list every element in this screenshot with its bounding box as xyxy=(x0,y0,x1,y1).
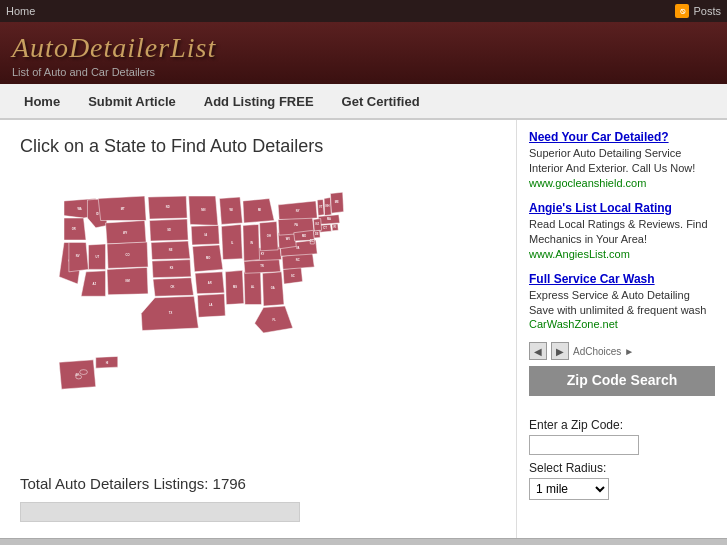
main-nav: Home Submit Article Add Listing FREE Get… xyxy=(0,84,727,120)
top-bar-home-link[interactable]: Home xyxy=(6,5,35,17)
state-wy[interactable] xyxy=(106,221,147,244)
state-ok[interactable] xyxy=(153,278,194,297)
state-sc[interactable] xyxy=(283,267,303,284)
state-me[interactable] xyxy=(330,192,343,213)
ad-item-2: Angie's List Local Rating Read Local Rat… xyxy=(529,201,715,260)
total-listings: Total Auto Detailers Listings: 1796 xyxy=(20,475,500,492)
state-sd[interactable] xyxy=(150,219,189,241)
nav-item-add-listing[interactable]: Add Listing FREE xyxy=(190,86,328,117)
ad-link-2[interactable]: www.AngiesList.com xyxy=(529,248,715,260)
state-ri[interactable] xyxy=(332,224,338,231)
state-ar[interactable] xyxy=(195,272,224,294)
posts-link[interactable]: Posts xyxy=(693,5,721,17)
ad-next-button[interactable]: ▶ xyxy=(551,342,569,360)
state-in[interactable] xyxy=(243,224,260,261)
state-al[interactable] xyxy=(244,271,262,305)
state-ut[interactable] xyxy=(88,244,105,269)
state-ny[interactable] xyxy=(278,201,317,220)
state-nh[interactable] xyxy=(324,198,331,216)
zip-search-box: Zip Code Search xyxy=(529,366,715,396)
state-nj[interactable] xyxy=(313,219,321,232)
content-area: Click on a State to Find Auto Detailers … xyxy=(0,120,517,538)
state-vt[interactable] xyxy=(317,199,324,215)
sidebar: Need Your Car Detailed? Superior Auto De… xyxy=(517,120,727,538)
zip-code-label: Enter a Zip Code: xyxy=(529,418,715,432)
us-map-svg[interactable]: WA OR CA ID NV MT WY xyxy=(20,171,460,446)
state-ma[interactable] xyxy=(318,215,340,225)
state-ak[interactable] xyxy=(59,360,96,389)
state-mt[interactable] xyxy=(98,196,146,220)
state-wi[interactable] xyxy=(219,197,242,224)
ad-item-3: Full Service Car Wash Express Service & … xyxy=(529,272,715,331)
nav-item-submit-article[interactable]: Submit Article xyxy=(74,86,190,117)
state-ia[interactable] xyxy=(191,225,219,245)
state-ga[interactable] xyxy=(262,272,284,306)
ad-link-3[interactable]: CarWashZone.net xyxy=(529,318,715,330)
state-az[interactable] xyxy=(81,271,105,296)
state-la[interactable] xyxy=(197,294,225,317)
ad-text-1: Superior Auto Detailing Service Interior… xyxy=(529,146,715,177)
state-ne[interactable] xyxy=(151,241,190,260)
state-co[interactable] xyxy=(107,242,148,268)
state-ms[interactable] xyxy=(225,270,244,304)
site-title[interactable]: AutoDetailerList xyxy=(12,32,715,64)
zip-search-form: Enter a Zip Code: Select Radius: 1 mile … xyxy=(529,406,715,504)
zip-code-input[interactable] xyxy=(529,435,639,455)
state-fl[interactable] xyxy=(255,306,293,333)
ad-title-3[interactable]: Full Service Car Wash xyxy=(529,272,715,286)
map-heading: Click on a State to Find Auto Detailers xyxy=(20,136,500,157)
state-or[interactable] xyxy=(64,218,86,240)
ad-choices-label: AdChoices ► xyxy=(573,346,634,357)
state-mn[interactable] xyxy=(189,196,218,225)
ad-link-1[interactable]: www.gocleanshield.com xyxy=(529,177,715,189)
state-ks[interactable] xyxy=(152,260,191,278)
state-nm[interactable] xyxy=(107,267,148,294)
state-il[interactable] xyxy=(221,224,242,259)
site-subtitle: List of Auto and Car Detailers xyxy=(12,66,715,78)
state-nv[interactable] xyxy=(69,243,89,272)
radius-select[interactable]: 1 mile 5 miles 10 miles 25 miles 50 mile… xyxy=(529,478,609,500)
site-header: AutoDetailerList List of Auto and Car De… xyxy=(0,22,727,84)
state-nd[interactable] xyxy=(148,196,187,219)
nav-item-home[interactable]: Home xyxy=(10,86,74,117)
state-oh[interactable] xyxy=(260,221,279,250)
rss-icon[interactable]: ⍉ xyxy=(675,4,689,18)
pagination-bar xyxy=(20,502,300,522)
us-map-container[interactable]: WA OR CA ID NV MT WY xyxy=(20,171,460,461)
zip-search-title: Zip Code Search xyxy=(539,372,705,388)
state-mi[interactable] xyxy=(243,199,274,223)
ad-prev-button[interactable]: ◀ xyxy=(529,342,547,360)
main-content: Click on a State to Find Auto Detailers … xyxy=(0,120,727,538)
top-bar-right: ⍉ Posts xyxy=(675,4,721,18)
state-tx[interactable] xyxy=(141,296,198,330)
nav-item-get-certified[interactable]: Get Certified xyxy=(328,86,434,117)
state-hi-islands[interactable] xyxy=(80,370,88,375)
ad-title-1[interactable]: Need Your Car Detailed? xyxy=(529,130,715,144)
radius-label: Select Radius: xyxy=(529,461,715,475)
top-bar: Home ⍉ Posts xyxy=(0,0,727,22)
ad-navigation: ◀ ▶ AdChoices ► xyxy=(529,342,715,360)
state-mo[interactable] xyxy=(193,245,223,272)
bottom-bar xyxy=(0,538,727,545)
state-dc[interactable] xyxy=(310,240,314,244)
state-hi-islands2[interactable] xyxy=(76,375,82,379)
ad-title-2[interactable]: Angie's List Local Rating xyxy=(529,201,715,215)
state-de[interactable] xyxy=(313,230,320,238)
state-hi[interactable] xyxy=(96,356,118,368)
site-title-text: AutoDetailerList xyxy=(12,32,216,63)
ad-text-3: Express Service & Auto Detailing Save wi… xyxy=(529,288,715,319)
ad-text-2: Read Local Ratings & Reviews. Find Mecha… xyxy=(529,217,715,248)
ad-item-1: Need Your Car Detailed? Superior Auto De… xyxy=(529,130,715,189)
